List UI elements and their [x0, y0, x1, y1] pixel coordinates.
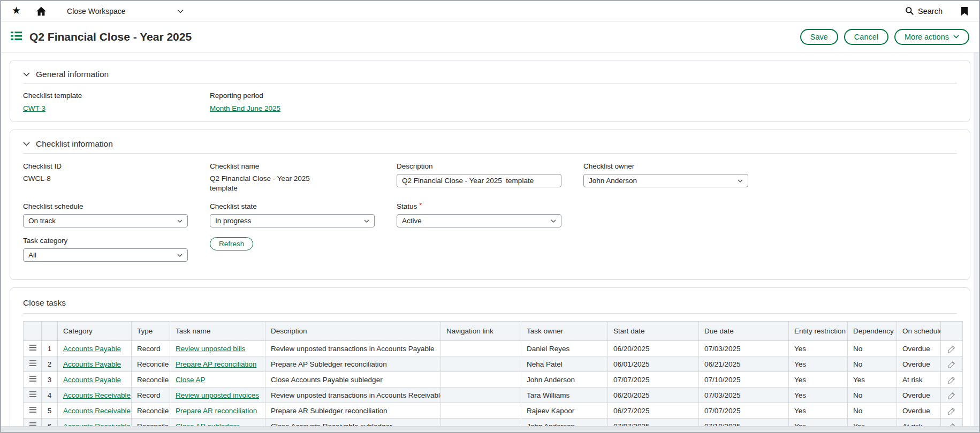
task-owner-cell: John Anderson: [521, 372, 608, 388]
checklist-state-select[interactable]: In progress: [210, 214, 375, 227]
required-asterisk: *: [419, 201, 422, 209]
checklist-schedule-select[interactable]: On track: [23, 214, 188, 227]
edit-cell: [941, 403, 963, 419]
category-link[interactable]: Accounts Receivable: [63, 391, 131, 399]
chevron-down-icon: [953, 35, 959, 39]
table-row: 6 Accounts Receivable Reconcile Close AR…: [24, 419, 963, 426]
dependency-cell: Yes: [848, 372, 897, 388]
category-link[interactable]: Accounts Receivable: [63, 407, 131, 415]
task-name-cell: Prepare AR reconciliation: [170, 403, 265, 419]
table-row: 2 Accounts Payable Reconcile Prepare AP …: [24, 356, 963, 372]
section-title: Close tasks: [23, 298, 66, 308]
dependency-cell: No: [848, 403, 897, 419]
search-button[interactable]: Search: [905, 6, 943, 16]
edit-pencil-icon[interactable]: [947, 376, 956, 384]
save-button[interactable]: Save: [800, 29, 838, 45]
category-link[interactable]: Accounts Receivable: [63, 422, 131, 426]
edit-pencil-icon[interactable]: [947, 407, 956, 415]
category-link[interactable]: Accounts Payable: [63, 360, 121, 368]
field-label: Reporting period: [210, 92, 397, 100]
favorite-star-icon[interactable]: ★: [12, 6, 21, 16]
checklist-id-field: Checklist ID CWCL-8: [23, 162, 210, 193]
entity-restriction-cell: Yes: [789, 419, 848, 426]
entity-restriction-cell: Yes: [789, 388, 848, 403]
close-tasks-header: Close tasks: [23, 293, 957, 313]
entity-restriction-cell: Yes: [789, 341, 848, 356]
chevron-down-icon: [177, 9, 184, 13]
refresh-button[interactable]: Refresh: [210, 237, 253, 250]
entity-restriction-cell: Yes: [789, 356, 848, 372]
horizontal-scrollbar[interactable]: [1, 426, 979, 432]
category-link[interactable]: Accounts Payable: [63, 345, 121, 353]
category-cell: Accounts Receivable: [58, 403, 132, 419]
description-cell: Prepare AR Subledger reconciliation: [265, 403, 441, 419]
col-navigation-link: Navigation link: [441, 322, 521, 341]
vertical-scrollbar[interactable]: [974, 52, 979, 426]
navigation-link-cell: [441, 403, 521, 419]
table-row: 4 Accounts Receivable Record Review unpo…: [24, 388, 963, 403]
task-name-cell: Prepare AP reconciliation: [170, 356, 265, 372]
edit-pencil-icon[interactable]: [947, 345, 956, 353]
col-number: [42, 322, 58, 341]
checklist-schedule-field: Checklist schedule On track: [23, 202, 210, 227]
task-owner-cell: Neha Patel: [521, 356, 608, 372]
task-name-link[interactable]: Prepare AR reconciliation: [176, 407, 257, 415]
drag-handle[interactable]: [24, 419, 42, 426]
refresh-field: Refresh: [210, 237, 397, 262]
edit-pencil-icon[interactable]: [947, 422, 956, 426]
due-date-cell: 07/03/2025: [699, 388, 789, 403]
drag-handle[interactable]: [24, 372, 42, 388]
reporting-period-link[interactable]: Month End June 2025: [210, 104, 280, 112]
table-header-row: Category Type Task name Description Navi…: [24, 322, 963, 341]
main-content: General information Checklist template C…: [1, 52, 979, 426]
task-name-link[interactable]: Prepare AP reconciliation: [176, 360, 256, 368]
bookmark-icon[interactable]: [961, 6, 968, 16]
task-category-field: Task category All: [23, 237, 210, 262]
edit-pencil-icon[interactable]: [947, 360, 956, 369]
checklist-owner-select[interactable]: John Anderson: [583, 174, 748, 187]
cancel-button[interactable]: Cancel: [844, 29, 888, 45]
task-name-cell: Close AR subledger: [170, 419, 265, 426]
dependency-cell: No: [848, 356, 897, 372]
more-actions-button[interactable]: More actions: [894, 29, 969, 45]
drag-handle[interactable]: [24, 388, 42, 403]
description-input[interactable]: [397, 174, 561, 187]
general-information-header[interactable]: General information: [23, 66, 957, 83]
checklist-information-section: Checklist information Checklist ID CWCL-…: [10, 130, 970, 280]
status-select[interactable]: Active: [397, 214, 561, 227]
task-name-link[interactable]: Close AR subledger: [176, 422, 239, 426]
dependency-cell: Yes: [848, 419, 897, 426]
checklist-list-icon[interactable]: [11, 31, 22, 43]
task-name-link[interactable]: Close AP: [176, 376, 206, 384]
close-tasks-tbody: 1 Accounts Payable Record Review unposte…: [24, 341, 963, 426]
navigation-link-cell: [441, 419, 521, 426]
edit-pencil-icon[interactable]: [947, 391, 956, 400]
spacer: [583, 202, 770, 227]
checklist-information-header[interactable]: Checklist information: [23, 135, 957, 153]
category-link[interactable]: Accounts Payable: [63, 376, 121, 384]
checklist-template-link[interactable]: CWT-3: [23, 104, 45, 112]
start-date-cell: 07/07/2025: [608, 419, 699, 426]
edit-cell: [941, 419, 963, 426]
drag-handle[interactable]: [24, 341, 42, 356]
search-label: Search: [918, 7, 943, 16]
workspace-dropdown[interactable]: Close Workspace: [67, 7, 184, 16]
dependency-cell: No: [848, 388, 897, 403]
section-title: General information: [36, 70, 109, 79]
description-cell: Review unposted transactions in Accounts…: [265, 341, 441, 356]
page-title: Q2 Financial Close - Year 2025: [29, 31, 192, 43]
navigation-link-cell: [441, 372, 521, 388]
col-entity-restriction: Entity restriction: [789, 322, 848, 341]
task-name-cell: Review unposted invoices: [170, 388, 265, 403]
drag-handle[interactable]: [24, 403, 42, 419]
chevron-down-icon: [177, 219, 183, 223]
row-number: 4: [42, 388, 58, 403]
on-schedule-cell: At risk: [897, 372, 941, 388]
edit-cell: [941, 372, 963, 388]
drag-handle[interactable]: [24, 356, 42, 372]
task-category-select[interactable]: All: [23, 248, 188, 262]
home-icon[interactable]: [36, 6, 47, 16]
dependency-cell: No: [848, 341, 897, 356]
task-name-link[interactable]: Review unposted invoices: [176, 391, 259, 399]
task-name-link[interactable]: Review unposted bills: [176, 345, 246, 353]
